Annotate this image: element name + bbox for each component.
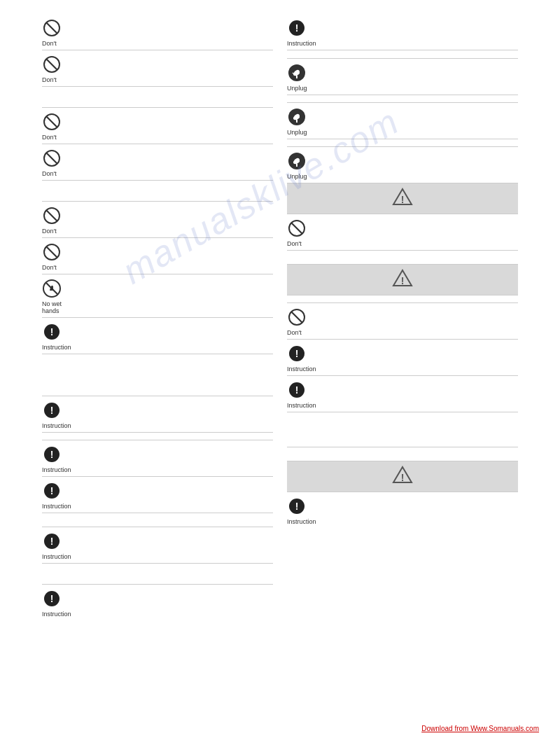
dont-label: Don't — [287, 240, 302, 247]
dont-icon — [287, 307, 307, 327]
spacer — [287, 50, 518, 59]
download-link[interactable]: Download from Www.Somanuals.com — [421, 725, 539, 732]
list-item: ! Instruction — [42, 318, 273, 354]
unplug-label: Unplug — [287, 173, 307, 180]
list-item: Don't — [42, 144, 273, 181]
instruction-icon: ! — [287, 380, 307, 400]
dont-icon-group: Don't — [42, 206, 273, 235]
unplug-icon-group: Unplug — [287, 107, 518, 136]
list-item: ! Instruction — [42, 440, 273, 477]
list-item: Don't — [42, 108, 273, 144]
instruction-icon-group: ! Instruction — [42, 481, 273, 510]
dont-icon — [42, 242, 62, 262]
unplug-icon-group: Unplug — [287, 151, 518, 180]
unplug-label: Unplug — [287, 85, 307, 92]
svg-line-3 — [47, 60, 57, 70]
list-item: ! Instruction — [42, 477, 273, 513]
nowet-label: No wethands — [42, 300, 62, 314]
instruction-icon-group: ! Instruction — [42, 589, 273, 618]
unplug-icon — [287, 63, 307, 83]
instruction-label: Instruction — [287, 518, 316, 525]
instruction-icon-group: ! Instruction — [287, 496, 518, 525]
instruction-icon: ! — [287, 18, 307, 38]
svg-line-41 — [292, 312, 302, 323]
right-column: ! Instruction Unplug — [287, 14, 518, 620]
list-item: Don't — [42, 238, 273, 274]
warning-triangle-icon: ! — [392, 188, 413, 209]
spacer — [287, 412, 518, 447]
svg-text:!: ! — [50, 326, 54, 337]
svg-text:!: ! — [50, 405, 54, 416]
dont-label: Don't — [287, 329, 302, 336]
instruction-label: Instruction — [42, 503, 71, 510]
warning-bar: ! — [287, 461, 518, 492]
instruction-label: Instruction — [42, 344, 71, 351]
unplug-label: Unplug — [287, 129, 307, 136]
svg-rect-29 — [296, 76, 298, 78]
dont-icon-group: Don't — [287, 307, 518, 336]
list-item: ! Instruction — [287, 340, 518, 376]
warning-triangle-icon: ! — [392, 269, 413, 291]
svg-rect-33 — [296, 164, 298, 167]
list-item: Unplug — [287, 147, 518, 183]
svg-text:!: ! — [295, 22, 299, 34]
dont-label: Don't — [42, 40, 57, 47]
spacer — [287, 295, 518, 303]
instruction-icon: ! — [42, 481, 62, 501]
nowet-icon — [42, 279, 62, 298]
spacer — [42, 181, 273, 202]
instruction-icon: ! — [42, 531, 62, 551]
svg-text:!: ! — [401, 194, 405, 205]
instruction-icon: ! — [287, 344, 307, 363]
list-item: No wethands — [42, 274, 273, 318]
svg-text:!: ! — [401, 275, 405, 286]
list-item: Unplug — [287, 103, 518, 139]
spacer — [42, 87, 273, 108]
dont-icon — [42, 55, 62, 74]
unplug-icon — [287, 151, 307, 171]
instruction-icon-group: ! Instruction — [287, 18, 518, 47]
dont-icon-group: Don't — [42, 55, 273, 83]
svg-text:!: ! — [50, 593, 54, 604]
dont-label: Don't — [42, 264, 57, 271]
instruction-icon-group: ! Instruction — [42, 322, 273, 351]
list-item: ! Instruction — [287, 376, 518, 412]
list-item: Don't — [287, 214, 518, 251]
instruction-label: Instruction — [287, 365, 316, 372]
svg-text:!: ! — [295, 348, 299, 359]
dont-icon-group: Don't — [287, 218, 518, 247]
dont-icon — [42, 206, 62, 225]
nowet-icon-group: No wethands — [42, 279, 273, 314]
warning-triangle-icon: ! — [392, 466, 413, 487]
dont-label: Don't — [42, 134, 57, 141]
spacer — [42, 564, 273, 585]
list-item: Don't — [42, 14, 273, 50]
list-item: ! Instruction — [42, 396, 273, 433]
instruction-icon-group: ! Instruction — [42, 445, 273, 473]
svg-line-9 — [47, 211, 57, 221]
instruction-label: Instruction — [42, 422, 71, 429]
unplug-icon-group: Unplug — [287, 63, 518, 92]
text-area-spacer — [42, 354, 273, 396]
instruction-icon-group: ! Instruction — [42, 401, 273, 429]
instruction-label: Instruction — [287, 402, 316, 409]
dont-icon-group: Don't — [42, 18, 273, 47]
dont-icon — [42, 18, 62, 38]
spacer — [42, 433, 273, 440]
dont-icon-group: Don't — [42, 112, 273, 141]
unplug-icon — [287, 107, 307, 127]
list-item: Don't — [42, 50, 273, 87]
dont-icon — [287, 218, 307, 238]
instruction-icon: ! — [42, 322, 62, 342]
dont-icon-group: Don't — [42, 242, 273, 271]
spacer — [287, 95, 518, 103]
svg-line-7 — [47, 153, 57, 164]
instruction-label: Instruction — [42, 553, 71, 560]
spacer — [287, 139, 518, 147]
svg-text:!: ! — [401, 472, 405, 483]
instruction-label: Instruction — [42, 466, 71, 473]
dont-icon-group: Don't — [42, 148, 273, 177]
svg-text:!: ! — [50, 485, 54, 496]
left-column: Don't Don't Don't — [42, 14, 273, 620]
svg-line-5 — [47, 117, 57, 127]
